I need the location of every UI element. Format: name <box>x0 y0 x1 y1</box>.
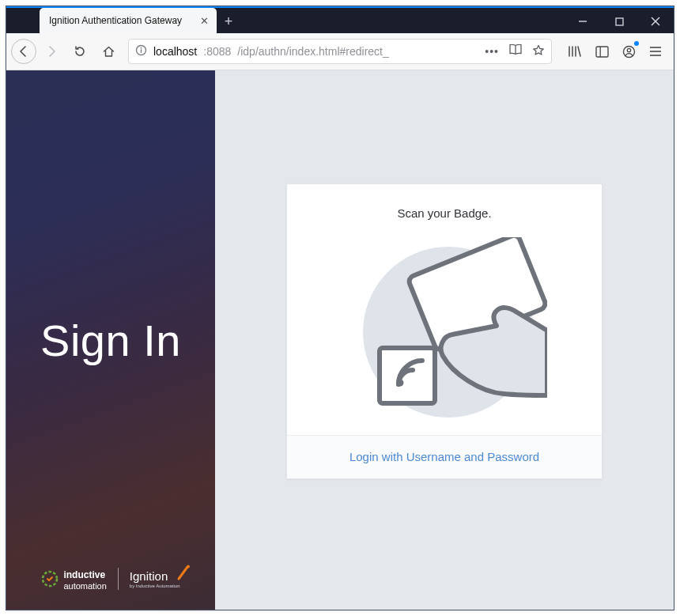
toolbar-right-actions <box>561 38 669 65</box>
site-info-icon[interactable] <box>135 44 147 59</box>
reload-button[interactable] <box>66 38 93 65</box>
browser-tab-active[interactable]: Ignition Authentication Gateway ✕ <box>40 8 217 33</box>
new-tab-button[interactable]: + <box>217 9 240 33</box>
library-icon[interactable] <box>561 38 588 65</box>
login-with-username-link[interactable]: Login with Username and Password <box>349 450 539 463</box>
sidebar-icon[interactable] <box>588 38 615 65</box>
tab-title: Ignition Authentication Gateway <box>49 15 182 26</box>
url-path: /idp/authn/index.html#redirect_ <box>237 45 478 58</box>
url-actions: ••• <box>485 44 545 59</box>
brand-panel: Sign In inductive automation Ignition <box>6 70 215 610</box>
forward-button[interactable] <box>38 38 65 65</box>
sign-in-heading: Sign In <box>40 315 181 366</box>
titlebar: Ignition Authentication Gateway ✕ + <box>6 6 674 33</box>
bookmark-star-icon[interactable] <box>532 44 545 59</box>
close-tab-icon[interactable]: ✕ <box>200 15 209 27</box>
tab-strip: Ignition Authentication Gateway ✕ + <box>40 8 240 33</box>
account-icon[interactable] <box>615 38 642 65</box>
gear-icon <box>41 570 59 588</box>
svg-rect-6 <box>141 49 142 52</box>
logo1-top: inductive <box>63 569 105 580</box>
svg-point-5 <box>141 47 142 49</box>
svg-rect-7 <box>596 47 608 57</box>
svg-rect-1 <box>616 18 623 25</box>
nav-toolbar: localhost:8088/idp/authn/index.html#redi… <box>6 33 674 70</box>
logo2-name: Ignition <box>130 569 168 583</box>
spark-icon <box>176 565 191 582</box>
logo1-bottom: automation <box>63 581 106 591</box>
url-hostname: localhost <box>153 45 197 58</box>
login-card: Scan your Badge. <box>286 183 603 479</box>
page-content: Sign In inductive automation Ignition <box>6 70 674 610</box>
reader-mode-icon[interactable] <box>508 44 523 59</box>
back-button[interactable] <box>11 39 36 64</box>
window-minimize-button[interactable] <box>565 9 601 34</box>
browser-window: Ignition Authentication Gateway ✕ + <box>6 6 674 610</box>
page-actions-icon[interactable]: ••• <box>485 45 499 58</box>
svg-rect-18 <box>380 348 435 403</box>
ignition-logo: Ignition by Inductive Automation <box>130 569 180 588</box>
home-button[interactable] <box>95 38 122 65</box>
scan-badge-title: Scan your Badge. <box>303 206 586 220</box>
brand-logos: inductive automation Ignition by Inducti… <box>22 567 199 591</box>
window-controls <box>565 8 674 35</box>
window-maximize-button[interactable] <box>601 9 637 34</box>
card-footer: Login with Username and Password <box>287 435 602 478</box>
main-panel: Scan your Badge. <box>215 70 674 610</box>
inductive-automation-logo: inductive automation <box>41 567 106 591</box>
svg-point-15 <box>187 565 190 569</box>
svg-point-10 <box>627 48 630 51</box>
logo-divider <box>118 568 119 590</box>
badge-scan-illustration <box>342 237 547 419</box>
window-close-button[interactable] <box>637 9 674 34</box>
url-port: :8088 <box>203 45 231 58</box>
menu-icon[interactable] <box>642 38 669 65</box>
logo2-sub: by Inductive Automation <box>130 584 180 588</box>
card-body: Scan your Badge. <box>287 184 602 435</box>
address-bar[interactable]: localhost:8088/idp/authn/index.html#redi… <box>128 39 552 64</box>
notification-dot-icon <box>634 41 639 46</box>
svg-point-19 <box>397 380 404 387</box>
